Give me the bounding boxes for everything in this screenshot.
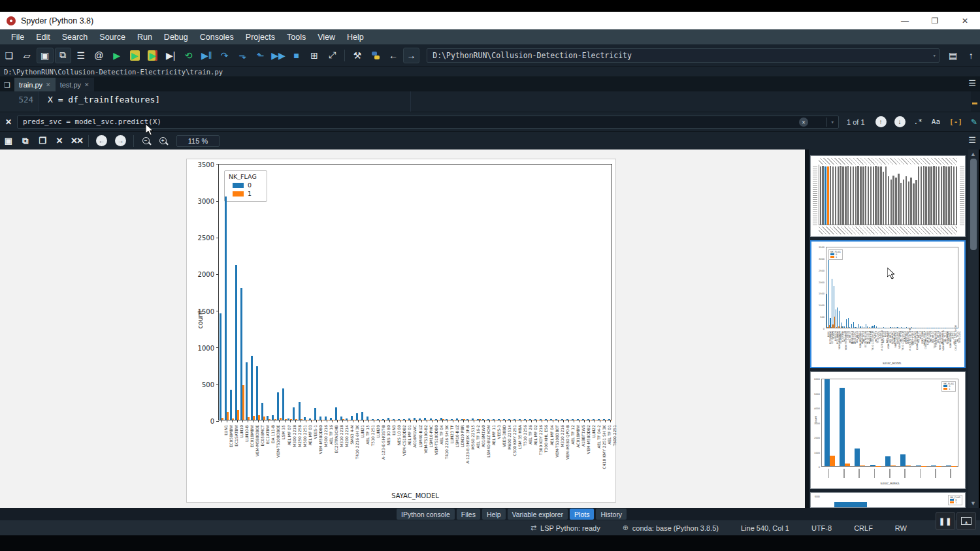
step-over-icon[interactable]: ↷ [216,48,233,63]
run-cell-icon[interactable]: ▶ [126,48,142,63]
continue-icon[interactable]: ▶▶ [270,48,286,63]
save-all-plots-icon[interactable]: ⧉ [17,134,34,148]
file-switcher-icon[interactable]: ☰ [73,48,89,63]
plots-options-icon[interactable]: ☰ [968,135,976,145]
save-icon[interactable]: ▣ [37,48,54,63]
menu-projects[interactable]: Projects [240,33,281,42]
menu-view[interactable]: View [312,33,341,42]
bar-flag1 [227,412,229,420]
scrollbar-thumb[interactable] [970,159,977,250]
symbol-finder-icon[interactable]: @ [91,48,107,63]
preferences-wrench-icon[interactable]: ⚒ [349,48,365,63]
run-file-icon[interactable]: ▶ [108,48,125,63]
step-return-icon[interactable]: ⬑ [252,48,269,63]
save-plot-icon[interactable]: ▣ [0,134,17,148]
bottom-tab-help[interactable]: Help [482,509,506,520]
maximize-button[interactable]: ❐ [920,12,950,29]
stop-icon[interactable]: ■ [288,48,304,63]
open-file-icon[interactable]: ▱ [18,48,35,63]
working-directory-combo[interactable]: D:\PythonRUN\Collusion-Detection-Electri… [427,48,939,63]
env-status[interactable]: ⊕conda: base (Python 3.8.5) [623,524,719,532]
sidebar-scrollbar[interactable]: ▲ ▼ [968,150,979,508]
close-icon[interactable]: ✕ [46,82,51,88]
thumb3-bar-flag0 [900,454,906,466]
new-file-icon[interactable]: ❏ [1,48,17,63]
x-tick-mark [379,420,380,422]
menu-tools[interactable]: Tools [281,33,312,42]
save-all-icon[interactable]: ⧉ [55,48,72,63]
whole-word-toggle-icon[interactable]: [-] [949,118,962,126]
bottom-tab-ipython-console[interactable]: IPython console [397,509,455,520]
zoom-level-input[interactable]: 115 % [176,135,220,147]
scroll-up-icon[interactable]: ▲ [970,151,976,157]
plot-thumbnail-3[interactable]: NK_FLAG010100020003000400050006000SAYAC_… [810,371,966,489]
thumb2-bar-flag0 [862,326,862,328]
find-input[interactable]: preds_svc = model_svc.predict(X) ✕ ▾ [17,116,839,129]
rerun-cell-icon[interactable]: ⟲ [180,48,197,63]
tab-train-py[interactable]: train.py ✕ [14,78,56,91]
new-window-icon[interactable]: ⊞ [306,48,322,63]
legend-label-flag1: 1 [248,190,252,197]
close-find-icon[interactable]: ✕ [0,118,17,127]
spyder-logo-icon [7,16,16,25]
back-icon[interactable]: ← [385,48,401,63]
plot-thumbnail-4[interactable]: 6000NK_FLAG01 [810,492,966,508]
next-plot-icon[interactable]: → [115,135,126,146]
plot-thumbnail-1[interactable] [810,155,966,237]
menu-help[interactable]: Help [341,33,370,42]
browse-tabs-icon[interactable]: ❏ [0,78,14,91]
remove-plot-icon[interactable]: ✕ [51,134,68,148]
clear-icon[interactable]: ✕ [799,118,808,127]
scroll-down-icon[interactable]: ▼ [970,500,976,507]
find-previous-icon[interactable]: ↑ [875,116,887,127]
copy-plot-icon[interactable]: ❐ [34,134,51,148]
bottom-tab-files[interactable]: Files [457,509,480,520]
menu-file[interactable]: File [5,33,30,42]
previous-plot-icon[interactable]: ← [96,135,107,146]
remove-all-plots-icon[interactable]: ✕✕ [68,134,85,148]
x-tick-label: C410 KMY 2251 SH 3K [602,425,606,490]
x-tick-mark [605,420,606,422]
menu-search[interactable]: Search [56,33,94,42]
python-path-icon[interactable] [367,48,384,63]
menu-run[interactable]: Run [131,33,158,42]
tab-test-py[interactable]: test.py ✕ [56,78,94,91]
run-cell-advance-icon[interactable]: ▶ [144,48,161,63]
run-selection-icon[interactable]: ▶| [162,48,178,63]
bottom-tab-variable-explorer[interactable]: Variable explorer [508,509,568,520]
browse-directory-icon[interactable]: ▤ [945,48,961,63]
replace-toggle-icon[interactable]: ✎ [971,118,977,127]
thumb3-bar-flag0 [916,465,921,466]
screenshot-button[interactable]: ▲ [956,512,976,530]
x-tick-label: LSM 35 HBA [517,425,522,490]
find-next-icon[interactable]: ↓ [894,116,906,127]
step-into-icon[interactable]: ⬎ [234,48,250,63]
parent-directory-icon[interactable]: ↑ [962,48,979,63]
x-tick-mark [427,420,427,422]
close-icon[interactable]: ✕ [84,82,90,88]
debug-file-icon[interactable]: ▶‖ [198,48,214,63]
minimize-button[interactable]: — [890,12,920,29]
thumb1-right-ticks [960,165,964,225]
pause-button[interactable]: ❚❚ [936,512,955,530]
zoom-in-icon[interactable]: + [154,134,171,148]
menu-source[interactable]: Source [93,33,131,42]
forward-icon[interactable]: → [403,48,420,63]
close-button[interactable]: ✕ [950,12,980,29]
editor-pane[interactable]: 524 X = df_train[features] [0,91,980,112]
bottom-tab-history[interactable]: History [596,509,627,520]
regex-toggle-icon[interactable]: .* [914,118,923,126]
editor-options-icon[interactable]: ☰ [968,78,976,88]
chevron-down-icon: ▾ [933,52,936,59]
maximize-pane-icon[interactable]: ⤢ [324,48,340,63]
plot-thumbnail-2-selected[interactable]: LUN1EC058MBWEC1SATBWLUN10LUN10-BEC018MBW… [810,240,966,368]
x-tick-mark [269,420,269,422]
bottom-tab-plots[interactable]: Plots [570,509,594,520]
x-tick-label: T510 2256 [523,425,527,490]
case-sensitive-toggle-icon[interactable]: Aa [932,118,940,126]
menu-consoles[interactable]: Consoles [194,33,240,42]
chevron-down-icon[interactable]: ▾ [826,118,834,127]
menu-edit[interactable]: Edit [30,33,56,42]
editor-scrollbar[interactable] [971,91,980,112]
menu-debug[interactable]: Debug [158,33,194,42]
